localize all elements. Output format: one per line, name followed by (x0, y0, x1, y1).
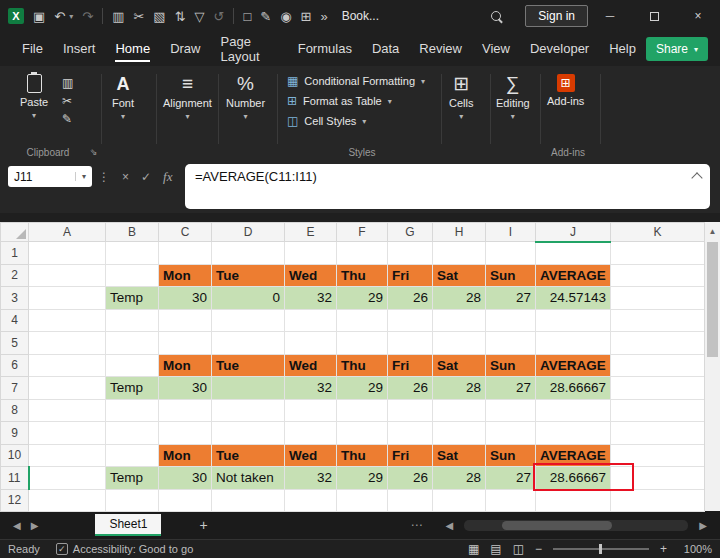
sheet-tab-sheet1[interactable]: Sheet1 (95, 514, 161, 536)
paste-button[interactable]: Paste ▾ (20, 74, 48, 120)
sign-in-button[interactable]: Sign in (525, 5, 588, 27)
format-as-table-button[interactable]: ⊞ Format as Table ▾ (287, 94, 425, 108)
search-button[interactable] (481, 11, 511, 22)
cell[interactable] (611, 422, 705, 445)
scroll-left-icon[interactable]: ◀ (441, 520, 459, 531)
row-header-5[interactable]: 5 (1, 332, 29, 355)
tab-formulas[interactable]: Formulas (288, 34, 362, 64)
cell-D6[interactable]: Tue (212, 354, 285, 377)
cancel-entry-icon[interactable]: × (122, 170, 129, 184)
cell[interactable] (29, 444, 106, 467)
cell[interactable] (285, 242, 337, 265)
cell-C7[interactable]: 30 (159, 377, 212, 400)
cell-I2[interactable]: Sun (486, 264, 536, 287)
row-header-4[interactable]: 4 (1, 309, 29, 332)
cell[interactable] (29, 399, 106, 422)
cell[interactable] (536, 309, 611, 332)
cell[interactable] (337, 422, 388, 445)
cell[interactable] (611, 264, 705, 287)
cell[interactable] (337, 489, 388, 512)
col-header-F[interactable]: F (337, 223, 388, 242)
cell[interactable] (29, 242, 106, 265)
col-header-K[interactable]: K (611, 223, 705, 242)
collapse-formula-bar-icon[interactable] (691, 172, 702, 183)
cell-D11[interactable]: Not taken (212, 467, 285, 490)
cell-E6[interactable]: Wed (285, 354, 337, 377)
alignment-group-button[interactable]: ≡ Alignment ▾ (163, 74, 212, 121)
copy-icon[interactable]: ▥ (112, 9, 124, 24)
cell[interactable] (433, 489, 486, 512)
cell[interactable] (486, 332, 536, 355)
row-header-2[interactable]: 2 (1, 264, 29, 287)
col-header-B[interactable]: B (106, 223, 159, 242)
cell[interactable] (536, 242, 611, 265)
cell[interactable] (486, 399, 536, 422)
cell[interactable] (611, 444, 705, 467)
cell-H11[interactable]: 28 (433, 467, 486, 490)
cell[interactable] (611, 354, 705, 377)
cell[interactable] (159, 489, 212, 512)
horizontal-scrollbar[interactable] (464, 520, 688, 531)
cut-icon[interactable]: ✂ (133, 9, 144, 24)
tab-overflow-icon[interactable]: ⋯ (411, 518, 423, 532)
cell[interactable] (388, 422, 433, 445)
cell-G7[interactable]: 26 (388, 377, 433, 400)
new-document-icon[interactable]: □ (243, 9, 251, 24)
tab-developer[interactable]: Developer (520, 34, 599, 64)
accessibility-status[interactable]: Accessibility: Good to go (73, 543, 193, 555)
clipboard-dialog-launcher-icon[interactable]: ⇘ (90, 147, 98, 157)
cell[interactable] (159, 242, 212, 265)
tab-draw[interactable]: Draw (160, 34, 210, 64)
cell[interactable] (536, 332, 611, 355)
tab-review[interactable]: Review (409, 34, 472, 64)
cell[interactable] (285, 422, 337, 445)
add-sheet-button[interactable]: + (199, 517, 207, 533)
cell-C6[interactable]: Mon (159, 354, 212, 377)
row-header-10[interactable]: 10 (1, 444, 29, 467)
cell-F3[interactable]: 29 (337, 287, 388, 310)
row-header-11[interactable]: 11 (1, 467, 29, 490)
cell[interactable] (106, 489, 159, 512)
cell-G6[interactable]: Fri (388, 354, 433, 377)
cell-F6[interactable]: Thu (337, 354, 388, 377)
cell-F11[interactable]: 29 (337, 467, 388, 490)
horizontal-scrollbar-thumb[interactable] (502, 521, 612, 530)
cell[interactable] (106, 264, 159, 287)
row-header-8[interactable]: 8 (1, 399, 29, 422)
cell[interactable] (106, 444, 159, 467)
cell[interactable] (212, 332, 285, 355)
normal-view-icon[interactable]: ▦ (468, 542, 479, 556)
cell-C11[interactable]: 30 (159, 467, 212, 490)
cell-I3[interactable]: 27 (486, 287, 536, 310)
cell[interactable] (159, 399, 212, 422)
tab-page-layout[interactable]: Page Layout (211, 27, 288, 72)
cell[interactable] (433, 422, 486, 445)
cell[interactable] (388, 309, 433, 332)
row-header-3[interactable]: 3 (1, 287, 29, 310)
cell-E11[interactable]: 32 (285, 467, 337, 490)
col-header-G[interactable]: G (388, 223, 433, 242)
cell-D3[interactable]: 0 (212, 287, 285, 310)
cell-J7[interactable]: 28.66667 (536, 377, 611, 400)
cell[interactable] (611, 399, 705, 422)
cell[interactable] (611, 489, 705, 512)
cell-H7[interactable]: 28 (433, 377, 486, 400)
tab-view[interactable]: View (472, 34, 520, 64)
cell[interactable] (285, 399, 337, 422)
editing-group-button[interactable]: ∑ Editing ▾ (496, 74, 530, 121)
share-button[interactable]: Share ▾ (646, 37, 708, 61)
undo-dropdown-icon[interactable]: ▾ (69, 12, 73, 21)
cells-group-button[interactable]: ⊞ Cells ▾ (449, 74, 473, 121)
cell[interactable] (486, 489, 536, 512)
cell[interactable] (337, 332, 388, 355)
cell[interactable] (212, 399, 285, 422)
tab-help[interactable]: Help (599, 34, 646, 64)
cell-B7[interactable]: Temp (106, 377, 159, 400)
cell-J6[interactable]: AVERAGE (536, 354, 611, 377)
cell[interactable] (29, 264, 106, 287)
cell[interactable] (212, 422, 285, 445)
col-header-E[interactable]: E (285, 223, 337, 242)
vertical-scrollbar[interactable]: ▲ (704, 222, 720, 511)
cell[interactable] (486, 422, 536, 445)
row-header-1[interactable]: 1 (1, 242, 29, 265)
